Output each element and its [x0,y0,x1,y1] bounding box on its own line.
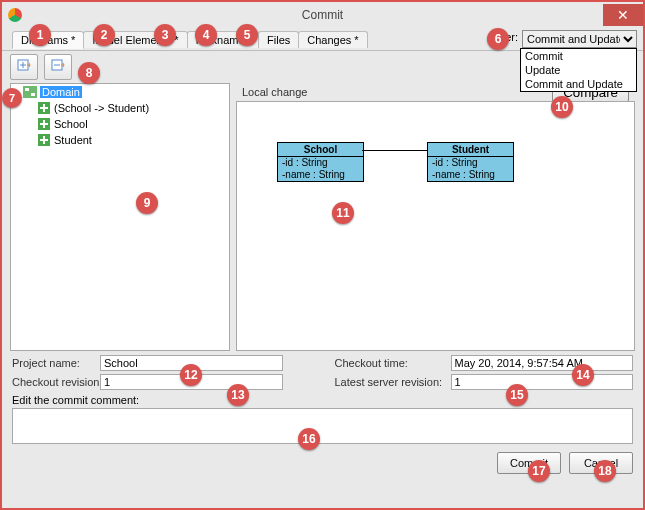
filter-select[interactable]: Commit and Update [522,30,637,48]
tab-bar: Diagrams * Model Elements * Nicknames Fi… [2,28,643,50]
plus-icon [36,101,52,115]
tab-diagrams[interactable]: Diagrams * [12,31,84,49]
association-line[interactable] [362,150,427,151]
tree-node-relation[interactable]: (School -> Student) [11,100,229,116]
filter-group: Filter: Commit and Update Commit Update … [491,30,638,48]
expander-icon[interactable]: - [11,86,22,99]
entity-name: Student [428,143,513,157]
comment-label: Edit the commit comment: [12,394,633,406]
tree-view[interactable]: - Domain (School -> Student) [10,83,230,351]
svg-rect-6 [25,88,29,91]
server-rev-label: Latest server revision: [335,376,445,388]
svg-rect-5 [23,86,37,98]
checkout-time-label: Checkout time: [335,357,445,369]
entity-attr: -name : String [278,169,363,181]
expand-icon [16,58,32,76]
commit-button[interactable]: Commit [497,452,561,474]
tab-changes[interactable]: Changes * [298,31,367,48]
tab-files[interactable]: Files [258,31,299,48]
tree-node-student[interactable]: Student [11,132,229,148]
preview-title: Local change [242,86,307,98]
commit-dialog: Commit ✕ Diagrams * Model Elements * Nic… [0,0,645,510]
svg-rect-7 [31,93,35,96]
collapse-all-button[interactable] [44,54,72,80]
expand-all-button[interactable] [10,54,38,80]
preview-pane: Local change Compare School -id : String… [236,83,635,351]
tree-node-school[interactable]: School [11,116,229,132]
tree-node-domain[interactable]: - Domain [11,84,229,100]
filter-label: Filter: [491,30,519,43]
entity-attr: -name : String [428,169,513,181]
server-rev-field[interactable] [451,374,634,390]
footer: Project name: Checkout time: Checkout re… [2,351,643,474]
comment-textarea[interactable] [12,408,633,444]
entity-student[interactable]: Student -id : String -name : String [427,142,514,182]
tree-label: Domain [40,86,82,98]
diagram-icon [22,85,38,99]
collapse-icon [50,58,66,76]
diagram-canvas[interactable]: School -id : String -name : String Stude… [236,101,635,351]
checkout-rev-field[interactable] [100,374,283,390]
project-name-field[interactable] [100,355,283,371]
plus-icon [36,133,52,147]
titlebar: Commit ✕ [2,2,643,28]
entity-attr: -id : String [278,157,363,169]
plus-icon [36,117,52,131]
checkout-time-field[interactable] [451,355,634,371]
tab-model-elements[interactable]: Model Elements * [83,31,187,48]
filter-dropdown: Commit Update Commit and Update [520,48,637,92]
window-title: Commit [2,8,643,22]
filter-option-update[interactable]: Update [521,63,636,77]
filter-option-commit-and-update[interactable]: Commit and Update [521,77,636,91]
cancel-button[interactable]: Cancel [569,452,633,474]
entity-school[interactable]: School -id : String -name : String [277,142,364,182]
project-name-label: Project name: [12,357,94,369]
tree-label: Student [54,134,92,146]
entity-name: School [278,143,363,157]
tree-label: (School -> Student) [54,102,149,114]
checkout-rev-label: Checkout revision: [12,376,94,388]
entity-attr: -id : String [428,157,513,169]
tab-nicknames[interactable]: Nicknames [187,31,259,48]
filter-option-commit[interactable]: Commit [521,49,636,63]
tree-label: School [54,118,88,130]
content-area: - Domain (School -> Student) [2,50,643,439]
